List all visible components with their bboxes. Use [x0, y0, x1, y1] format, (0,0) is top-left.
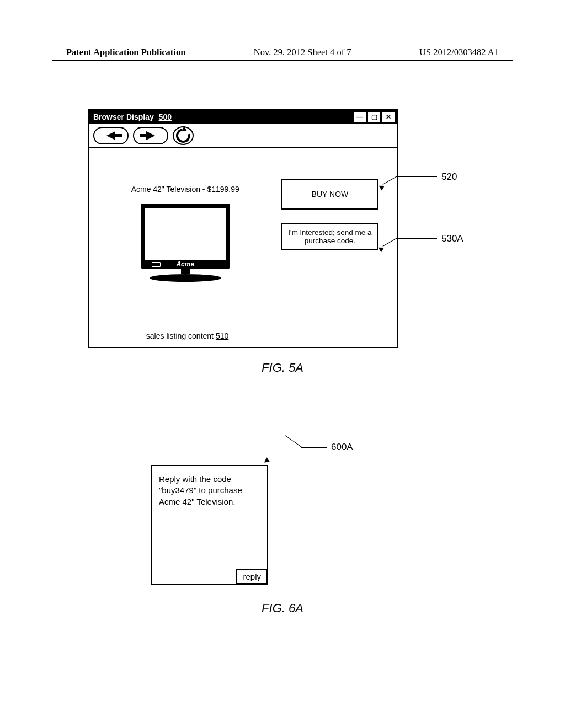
browser-content: Acme 42" Television - $1199.99 Acme sale…: [89, 148, 397, 347]
minimize-button[interactable]: —: [353, 111, 366, 122]
page: Patent Application Publication Nov. 29, …: [0, 0, 565, 728]
buy-now-button[interactable]: BUY NOW: [281, 179, 378, 210]
window-title-label: Browser Display: [93, 113, 154, 121]
figure-5a-label: FIG. 5A: [0, 361, 565, 375]
figure-6a-label: FIG. 6A: [0, 601, 565, 615]
reply-label: reply: [243, 572, 261, 581]
header-right: US 2012/0303482 A1: [419, 47, 499, 58]
refresh-button[interactable]: [173, 126, 194, 145]
tv-base: [150, 274, 221, 282]
arrowhead-icon: [263, 457, 270, 464]
close-button[interactable]: ✕: [382, 111, 395, 122]
tv-neck: [181, 269, 190, 274]
product-panel: Acme 42" Television - $1199.99 Acme: [89, 148, 281, 347]
maximize-button[interactable]: ▢: [367, 111, 381, 122]
tv-image: Acme: [141, 204, 230, 282]
callout-600a: 600A: [331, 442, 353, 453]
lead-line: [396, 176, 437, 177]
header-left: Patent Application Publication: [66, 47, 185, 58]
arrow-left-icon: [106, 131, 115, 140]
product-title: Acme 42" Television - $1199.99: [131, 185, 239, 194]
message-box: Reply with the code "buy3479" to purchas…: [151, 465, 268, 585]
window-title: Browser Display 500: [93, 113, 353, 121]
refresh-icon: [173, 126, 193, 146]
reply-button[interactable]: reply: [236, 569, 268, 584]
header-rule: [52, 60, 513, 61]
lead-line: [285, 435, 303, 448]
send-code-button[interactable]: I'm interested; send me a purchase code.: [281, 223, 378, 250]
buy-now-label: BUY NOW: [312, 190, 349, 198]
header-center: Nov. 29, 2012 Sheet 4 of 7: [254, 47, 351, 58]
forward-button[interactable]: [133, 127, 168, 144]
sales-listing-ref: 510: [216, 331, 228, 340]
arrow-right-icon: [146, 131, 155, 140]
browser-window: Browser Display 500 — ▢ ✕ Acme 42" Telev…: [88, 109, 398, 348]
tv-brand: Acme: [176, 260, 194, 268]
page-header: Patent Application Publication Nov. 29, …: [66, 47, 499, 58]
callout-530a: 530A: [441, 233, 463, 244]
sales-listing-label: sales listing content: [146, 331, 214, 340]
back-button[interactable]: [93, 127, 129, 144]
window-controls: — ▢ ✕: [353, 111, 395, 122]
browser-toolbar: [89, 124, 397, 148]
sales-listing-caption: sales listing content 510: [89, 331, 286, 340]
callout-520: 520: [441, 172, 457, 183]
message-text: Reply with the code "buy3479" to purchas…: [152, 466, 267, 515]
lead-line: [301, 447, 327, 448]
send-code-label: I'm interested; send me a purchase code.: [288, 228, 371, 245]
title-bar: Browser Display 500 — ▢ ✕: [89, 110, 397, 124]
window-title-ref: 500: [159, 113, 172, 121]
lead-line: [396, 238, 437, 239]
tv-screen: Acme: [141, 204, 230, 269]
